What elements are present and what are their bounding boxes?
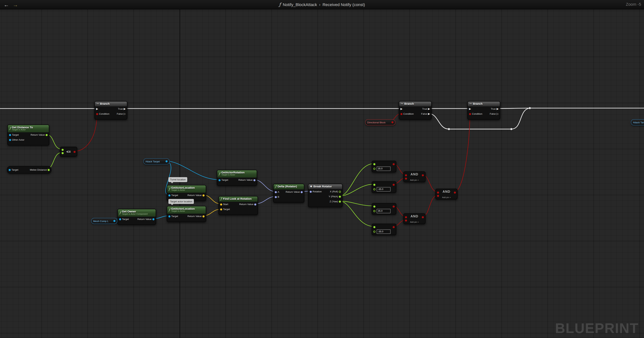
bool-pin[interactable]: [393, 163, 395, 165]
delta-rotator[interactable]: ƒDelta (Rotator)ABReturn Value: [273, 184, 304, 203]
value-input[interactable]: 35.0: [376, 166, 390, 171]
object-pin[interactable]: [119, 218, 121, 220]
exec-pin[interactable]: ▶: [96, 108, 98, 110]
value-input[interactable]: 35.0: [376, 209, 390, 213]
float-pin[interactable]: [374, 188, 376, 190]
exec-pin[interactable]: ▶: [428, 113, 430, 115]
bool-pin[interactable]: [422, 174, 424, 176]
graph-canvas[interactable]: ↪Branch▶Condition▶True▷False↪Branch▶Cond…: [0, 0, 644, 338]
float-pin[interactable]: [374, 205, 376, 207]
node-header: ƒDelta (Rotator): [274, 184, 304, 189]
and-2[interactable]: ANDAdd pin +: [404, 213, 426, 224]
node-subtitle: Target is Actor: [12, 129, 33, 131]
less-equal[interactable]: <=: [60, 147, 77, 157]
add-pin-button[interactable]: Add pin +: [404, 179, 425, 181]
object-pin[interactable]: [218, 179, 220, 181]
and-1[interactable]: ANDAdd pin +: [404, 171, 426, 182]
pin-label: Target: [221, 179, 228, 181]
object-pin[interactable]: [168, 194, 170, 196]
node-title: Branch: [100, 102, 110, 105]
bool-pin[interactable]: [393, 205, 395, 207]
float-pin[interactable]: [374, 184, 376, 186]
float-pin[interactable]: [339, 191, 341, 193]
vector-pin[interactable]: [220, 208, 222, 210]
bool-pin[interactable]: [74, 151, 76, 153]
exec-pin[interactable]: ▶: [124, 108, 126, 110]
exec-pin[interactable]: ▷: [124, 113, 126, 115]
node-header: ƒGetActorLocationTarget is Actor: [167, 206, 206, 214]
bool-pin[interactable]: [400, 113, 402, 115]
float-pin[interactable]: [374, 230, 376, 232]
node-subtitle: Target is Actor Component: [122, 213, 148, 215]
exec-pin[interactable]: ▶: [400, 108, 402, 110]
pin-label: Return Value: [286, 191, 300, 193]
object-pin[interactable]: [152, 218, 154, 220]
float-pin[interactable]: [374, 210, 376, 212]
branch-2[interactable]: ↪Branch▶Condition▶True▶False: [399, 101, 432, 120]
compare-3[interactable]: 35.0: [372, 203, 396, 215]
find-look-at-rotation[interactable]: ƒFind Look at RotationStartTargetReturn …: [218, 196, 258, 215]
object-pin[interactable]: [9, 134, 11, 136]
fn-icon: ƒ: [275, 185, 276, 188]
get-owner[interactable]: ƒGet OwnerTarget is Actor ComponentTarge…: [118, 209, 156, 225]
get-actor-location-1[interactable]: ƒGetActorLocationTarget is ActorTargetRe…: [167, 185, 206, 201]
break-rotator[interactable]: ◆Break RotatorRotationX (Roll)Y (Pitch)Z…: [308, 184, 343, 207]
bool-pin[interactable]: [393, 226, 395, 228]
get-actor-rotation[interactable]: ƒGetActorRotationTarget is ActorTargetRe…: [217, 170, 257, 186]
exec-pin[interactable]: ▶: [428, 108, 430, 110]
rotator-pin[interactable]: [254, 203, 256, 205]
compare-2[interactable]: -35.0: [372, 181, 396, 193]
exec-pin[interactable]: ▷: [496, 113, 498, 115]
forward-button[interactable]: →: [13, 2, 18, 7]
float-pin[interactable]: [374, 163, 376, 165]
rotator-pin[interactable]: [300, 191, 302, 193]
object-pin[interactable]: [113, 220, 115, 222]
directional-block[interactable]: Directional Block: [365, 119, 396, 125]
value-input[interactable]: -35.0: [376, 187, 390, 192]
attack-target-2[interactable]: Attack Target: [631, 119, 644, 125]
add-pin-button[interactable]: Add pin +: [404, 221, 425, 223]
vector-pin[interactable]: [202, 194, 204, 196]
rotator-pin[interactable]: [275, 191, 277, 193]
float-pin[interactable]: [339, 200, 341, 202]
add-pin-button[interactable]: Add pin +: [436, 196, 457, 198]
pin-label: Return Value: [30, 134, 45, 136]
bool-pin[interactable]: [392, 121, 394, 123]
float-pin[interactable]: [62, 152, 64, 154]
bool-pin[interactable]: [469, 113, 471, 115]
rotator-pin[interactable]: [275, 196, 277, 198]
bool-pin[interactable]: [454, 191, 456, 193]
object-pin[interactable]: [168, 215, 170, 217]
get-actor-location-2[interactable]: ƒGetActorLocationTarget is ActorTargetRe…: [167, 206, 206, 222]
pin-label: False: [421, 113, 427, 115]
compare-1[interactable]: 35.0: [372, 161, 396, 172]
rotator-pin[interactable]: [254, 179, 256, 181]
object-pin[interactable]: [9, 139, 11, 141]
bool-pin[interactable]: [422, 216, 424, 218]
object-pin[interactable]: [166, 160, 168, 162]
mesh-comp-l[interactable]: Mesh Comp L: [91, 218, 118, 224]
bool-pin[interactable]: [96, 113, 98, 115]
value-input[interactable]: -35.0: [376, 229, 390, 234]
exec-pin[interactable]: ▶: [496, 108, 498, 110]
branch-1[interactable]: ↪Branch▶Condition▶True▷False: [94, 101, 128, 120]
bool-pin[interactable]: [393, 184, 395, 186]
vector-pin[interactable]: [202, 215, 204, 217]
float-pin[interactable]: [339, 195, 341, 198]
exec-pin[interactable]: ▶: [469, 108, 471, 110]
float-pin[interactable]: [46, 134, 48, 136]
pin-row: [374, 187, 376, 192]
get-melee-distance[interactable]: TargetMelee Distance: [7, 166, 51, 173]
rotator-pin[interactable]: [310, 191, 312, 193]
and-3[interactable]: ANDAdd pin +: [436, 189, 458, 199]
float-pin[interactable]: [48, 169, 50, 171]
compare-4[interactable]: -35.0: [372, 224, 396, 235]
object-pin[interactable]: [9, 169, 11, 171]
float-pin[interactable]: [374, 226, 376, 228]
back-button[interactable]: ←: [4, 2, 9, 7]
float-pin[interactable]: [374, 168, 376, 170]
vector-pin[interactable]: [220, 203, 222, 205]
get-distance-to[interactable]: ƒGet Distance ToTarget is ActorTargetOth…: [7, 125, 49, 146]
attack-target[interactable]: Attack Target: [143, 158, 170, 164]
branch-3[interactable]: ↪Branch▶Condition▶True▷False: [468, 101, 500, 120]
